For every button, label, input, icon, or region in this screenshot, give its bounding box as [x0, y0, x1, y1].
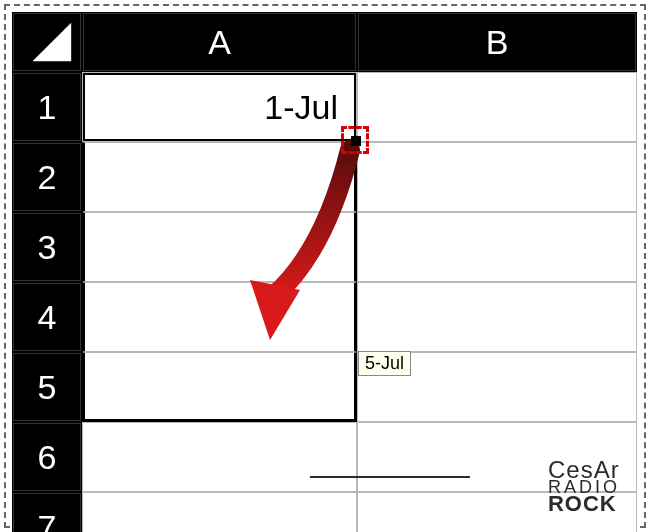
row-header-7[interactable]: 7 [12, 492, 82, 532]
cell-A4[interactable] [82, 282, 357, 352]
svg-marker-0 [33, 23, 72, 62]
spreadsheet-grid: A B 1 1-Jul 2 3 4 5 5-Jul 6 7 [12, 12, 638, 520]
cell-B3[interactable] [357, 212, 637, 282]
cell-B5[interactable]: 5-Jul [357, 352, 637, 422]
row-header-6[interactable]: 6 [12, 422, 82, 492]
autofill-tooltip: 5-Jul [358, 351, 411, 376]
column-header-A[interactable]: A [82, 12, 357, 72]
row-header-3[interactable]: 3 [12, 212, 82, 282]
row-header-1[interactable]: 1 [12, 72, 82, 142]
cell-A3[interactable] [82, 212, 357, 282]
cell-A1[interactable]: 1-Jul [82, 72, 357, 142]
watermark-logo: CesAr RADIO ROCK [548, 460, 620, 514]
select-all-corner[interactable] [12, 12, 82, 72]
cell-A5[interactable] [82, 352, 357, 422]
watermark-rule [310, 476, 470, 478]
cell-A7[interactable] [82, 492, 357, 532]
cell-B2[interactable] [357, 142, 637, 212]
cell-B1[interactable] [357, 72, 637, 142]
cell-A6[interactable] [82, 422, 357, 492]
watermark-line3: ROCK [548, 495, 620, 514]
row-header-2[interactable]: 2 [12, 142, 82, 212]
cell-A2[interactable] [82, 142, 357, 212]
cell-B4[interactable] [357, 282, 637, 352]
fill-handle-icon[interactable] [351, 136, 361, 146]
cell-value: 1-Jul [264, 88, 338, 127]
row-header-4[interactable]: 4 [12, 282, 82, 352]
column-header-B[interactable]: B [357, 12, 637, 72]
row-header-5[interactable]: 5 [12, 352, 82, 422]
